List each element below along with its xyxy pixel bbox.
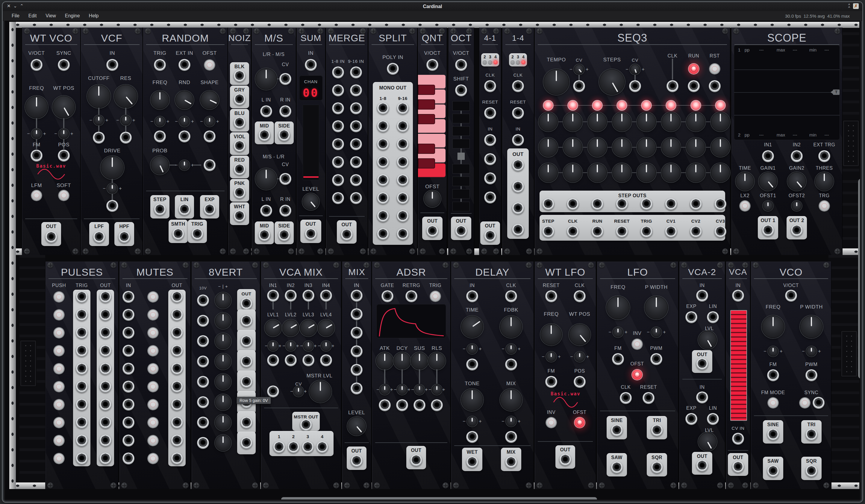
- cv2-knob-2[interactable]: [563, 138, 583, 157]
- fdbk-cv-port[interactable]: [505, 359, 517, 371]
- viol-port[interactable]: [233, 140, 245, 152]
- run-button[interactable]: [689, 64, 699, 74]
- in-port-2[interactable]: [197, 315, 209, 327]
- in-port-8[interactable]: [123, 417, 135, 429]
- trig-out-port[interactable]: [191, 228, 203, 240]
- select-led[interactable]: [516, 60, 520, 65]
- lx2-button[interactable]: [740, 201, 750, 211]
- l-in-port[interactable]: [260, 105, 272, 117]
- cv1-knob-4[interactable]: [612, 112, 632, 131]
- mute-button-10[interactable]: [148, 454, 158, 464]
- out-port-1[interactable]: [171, 291, 183, 303]
- ch-out-port-3[interactable]: [302, 441, 314, 453]
- saw-port[interactable]: [611, 461, 623, 473]
- mute-button-4[interactable]: [148, 346, 158, 356]
- out-port[interactable]: [341, 228, 353, 241]
- in-port-7[interactable]: [123, 399, 135, 411]
- env-cv-port-3[interactable]: [414, 399, 426, 411]
- reset-port[interactable]: [643, 392, 655, 404]
- smth-port[interactable]: [172, 228, 184, 240]
- lin2-port[interactable]: [707, 413, 719, 425]
- clk-port[interactable]: [505, 290, 517, 302]
- octave-slot[interactable]: [452, 139, 470, 149]
- mono-out-port-12[interactable]: [397, 192, 409, 204]
- in-port-3[interactable]: [302, 290, 314, 302]
- in-port[interactable]: [732, 290, 744, 302]
- in-port-2[interactable]: [285, 290, 297, 302]
- trim-knob[interactable]: [155, 116, 165, 127]
- ofst2-trim[interactable]: [792, 201, 802, 211]
- trim-knob[interactable]: [107, 184, 117, 194]
- in-port-3[interactable]: [350, 327, 362, 339]
- push-button-6[interactable]: [54, 382, 64, 392]
- tempo-cv-port[interactable]: [573, 80, 585, 92]
- mono-out-port-4[interactable]: [397, 120, 409, 132]
- pwidth-knob[interactable]: [800, 315, 823, 338]
- out-port-2[interactable]: [240, 335, 252, 347]
- ms-lr-knob[interactable]: [255, 168, 277, 190]
- cv3-knob-2[interactable]: [563, 163, 583, 182]
- cv2-knob-7[interactable]: [686, 138, 705, 157]
- step-out-port-8[interactable]: [714, 198, 726, 210]
- merge-in-port-5[interactable]: [332, 102, 344, 114]
- soft-button[interactable]: [59, 190, 69, 200]
- cv3-knob-1[interactable]: [539, 163, 558, 182]
- v-oct-port[interactable]: [455, 59, 467, 71]
- mono-out-port-10[interactable]: [397, 174, 409, 186]
- drive-knob[interactable]: [101, 156, 124, 179]
- in-port-10[interactable]: [123, 453, 135, 465]
- mid-out-port[interactable]: [258, 129, 270, 141]
- seq-io-port-5[interactable]: [641, 226, 653, 238]
- busboard-connector[interactable]: [843, 120, 859, 166]
- in-port-4[interactable]: [320, 290, 332, 302]
- gain1-knob[interactable]: [759, 172, 777, 191]
- freq-knob[interactable]: [151, 91, 169, 109]
- menu-item-engine[interactable]: Engine: [65, 13, 80, 19]
- red-port[interactable]: [233, 163, 245, 175]
- mono-out-port-11[interactable]: [377, 192, 389, 204]
- step-out-port-5[interactable]: [641, 198, 653, 210]
- merge-in-port-3[interactable]: [332, 84, 344, 96]
- out-port[interactable]: [350, 455, 362, 467]
- wet-port[interactable]: [466, 456, 478, 468]
- push-button-7[interactable]: [54, 400, 64, 410]
- lvl-cv-trim-3[interactable]: [303, 341, 313, 351]
- trig-button[interactable]: [430, 291, 440, 301]
- r-in-port[interactable]: [279, 105, 291, 117]
- out-port-8[interactable]: [171, 417, 183, 429]
- lvl-cv-port-4[interactable]: [320, 354, 332, 366]
- out-port-3[interactable]: [512, 202, 524, 214]
- select-led[interactable]: [510, 60, 515, 65]
- in-port-3[interactable]: [197, 335, 209, 347]
- out-port-9[interactable]: [100, 435, 111, 447]
- gain-knob-5[interactable]: [215, 374, 231, 390]
- merge-in-port-1[interactable]: [332, 67, 344, 79]
- trg-button[interactable]: [819, 201, 829, 211]
- mute-button-1[interactable]: [148, 292, 158, 302]
- env-cv-port-1[interactable]: [379, 399, 391, 411]
- fm-port[interactable]: [767, 369, 779, 381]
- in1-port[interactable]: [696, 290, 708, 302]
- ofst1-trim[interactable]: [763, 201, 773, 211]
- gain2-knob[interactable]: [787, 172, 806, 191]
- trim-knob[interactable]: [506, 344, 516, 354]
- saw-port[interactable]: [767, 465, 779, 477]
- tri-port[interactable]: [651, 424, 663, 436]
- busboard-connector[interactable]: [20, 340, 36, 386]
- trim-knob[interactable]: [613, 327, 623, 337]
- merge-in-port-10[interactable]: [350, 138, 362, 150]
- octave-slot[interactable]: [452, 189, 470, 199]
- merge-in-port-6[interactable]: [350, 102, 362, 114]
- tempo-knob[interactable]: [543, 69, 569, 95]
- in-port-5[interactable]: [197, 376, 209, 388]
- clk-port[interactable]: [574, 290, 586, 302]
- steps-knob[interactable]: [599, 69, 625, 95]
- in-port-4[interactable]: [484, 191, 496, 203]
- sine-port[interactable]: [611, 424, 623, 436]
- env-cv-trim-4[interactable]: [432, 385, 442, 395]
- in-port-2[interactable]: [350, 308, 362, 320]
- lvl1-knob[interactable]: [698, 331, 717, 349]
- lvl2-knob[interactable]: [698, 433, 717, 451]
- mute-button-6[interactable]: [148, 382, 158, 392]
- in-port-7[interactable]: [197, 417, 209, 429]
